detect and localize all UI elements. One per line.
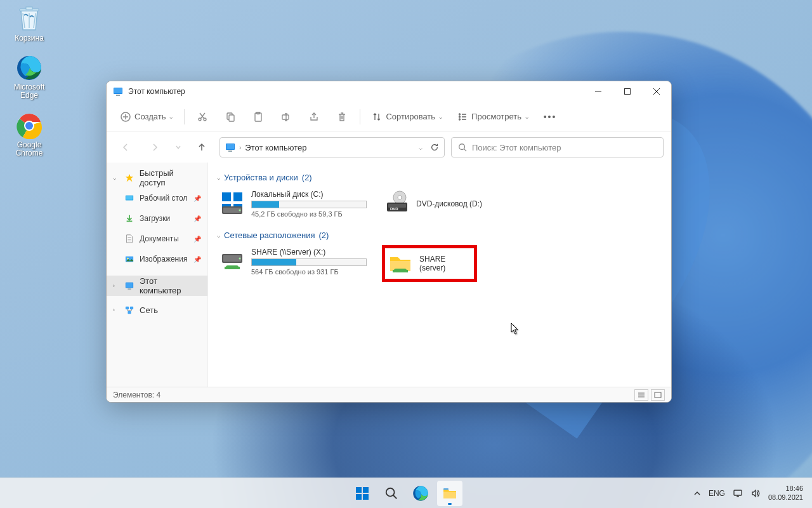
paste-button[interactable]	[246, 105, 271, 128]
cut-button[interactable]	[190, 105, 215, 128]
file-explorer-taskbar-button[interactable]	[437, 481, 462, 506]
toolbar: Создать ⌵ Сортировать ⌵ Просмотреть ⌵ ••…	[107, 102, 671, 132]
close-button[interactable]	[642, 81, 671, 102]
svg-text:DVD: DVD	[390, 207, 398, 211]
clipboard-icon	[253, 112, 263, 122]
sidebar-downloads[interactable]: Загрузки 📌	[107, 208, 207, 229]
breadcrumb-separator: ›	[239, 144, 241, 151]
edge-taskbar-button[interactable]	[408, 481, 433, 506]
svg-point-65	[398, 196, 402, 199]
svg-point-30	[459, 116, 461, 117]
volume-tray-icon[interactable]	[750, 488, 761, 498]
chevron-down-icon[interactable]: ⌵	[419, 144, 422, 151]
sidebar-label: Быстрый доступ	[140, 168, 201, 187]
group-devices-header[interactable]: ⌵ Устройства и диски (2)	[217, 173, 662, 182]
up-button[interactable]	[190, 136, 213, 159]
picture-icon	[124, 254, 134, 264]
search-placeholder: Поиск: Этот компьютер	[472, 143, 561, 152]
svg-rect-20	[229, 115, 234, 121]
drive-local-c[interactable]: Локальный диск (C:) 45,2 ГБ свободно из …	[217, 187, 369, 220]
titlebar[interactable]: Этот компьютер	[107, 81, 671, 102]
sidebar-this-pc[interactable]: › Этот компьютер	[107, 276, 207, 296]
tray-date: 08.09.2021	[768, 493, 803, 502]
window-title: Этот компьютер	[128, 87, 584, 96]
sidebar-documents[interactable]: Документы 📌	[107, 229, 207, 249]
minimize-button[interactable]	[584, 81, 613, 102]
tray-overflow-button[interactable]	[693, 490, 701, 497]
sort-button[interactable]: Сортировать ⌵	[365, 105, 449, 128]
sidebar-pictures[interactable]: Изображения 📌	[107, 249, 207, 269]
sort-icon	[372, 112, 382, 122]
group-title: Сетевые расположения	[224, 231, 315, 240]
sidebar-desktop[interactable]: Рабочий стол 📌	[107, 188, 207, 208]
desktop-icon-chrome[interactable]: Google Chrome	[5, 112, 53, 157]
address-bar[interactable]: › Этот компьютер ⌵	[219, 137, 445, 157]
desktop-icon-label: Microsoft Edge	[5, 83, 53, 100]
sidebar-network[interactable]: › Сеть	[107, 300, 207, 320]
copy-button[interactable]	[218, 105, 243, 128]
svg-rect-59	[233, 192, 242, 201]
desktop-icon-recycle-bin[interactable]: Корзина	[5, 5, 53, 43]
this-pc-icon	[113, 86, 123, 97]
svg-rect-37	[228, 150, 232, 152]
trash-icon	[337, 112, 347, 122]
sidebar-label: Документы	[140, 234, 179, 243]
svg-rect-76	[393, 270, 395, 272]
desktop-icon-edge[interactable]: Microsoft Edge	[5, 54, 53, 100]
sidebar-quick-access[interactable]: ⌵ Быстрый доступ	[107, 168, 207, 188]
view-button[interactable]: Просмотреть ⌵	[451, 105, 535, 128]
start-button[interactable]	[350, 481, 375, 506]
svg-rect-23	[282, 115, 289, 119]
view-large-button[interactable]	[651, 389, 665, 401]
svg-rect-57	[222, 192, 231, 201]
file-explorer-window: Этот компьютер Создать ⌵ Сортировать ⌵ П…	[106, 81, 672, 403]
svg-rect-9	[625, 89, 631, 95]
plus-circle-icon	[121, 112, 131, 122]
network-share-folder[interactable]: SHARE (server)	[382, 245, 477, 282]
svg-rect-51	[130, 307, 133, 309]
svg-rect-0	[26, 7, 32, 10]
new-label: Создать	[134, 112, 166, 121]
sidebar-label: Загрузки	[140, 214, 170, 223]
dvd-icon: DVD	[384, 190, 410, 215]
chevron-down-icon: ⌵	[439, 114, 442, 120]
network-tray-icon[interactable]	[733, 488, 743, 498]
network-drive-x[interactable]: SHARE (\\Server) (X:) 564 ГБ свободно из…	[217, 245, 369, 282]
window-controls	[584, 81, 671, 102]
status-items-count: Элементов: 4	[113, 391, 160, 399]
forward-button[interactable]	[143, 136, 166, 159]
view-label: Просмотреть	[471, 112, 521, 121]
group-count: (2)	[302, 173, 312, 182]
group-network-items: SHARE (\\Server) (X:) 564 ГБ свободно из…	[217, 245, 662, 282]
view-details-button[interactable]	[634, 389, 648, 401]
clock[interactable]: 18:46 08.09.2021	[768, 485, 803, 501]
svg-rect-62	[223, 208, 241, 213]
svg-rect-84	[356, 494, 362, 500]
share-button[interactable]	[301, 105, 327, 128]
svg-rect-73	[225, 267, 227, 269]
breadcrumb-location[interactable]: Этот компьютер	[245, 143, 306, 152]
more-button[interactable]: •••	[537, 105, 563, 128]
document-icon	[124, 234, 134, 244]
back-button[interactable]	[114, 136, 137, 159]
delete-button[interactable]	[329, 105, 355, 128]
drive-capacity-bar	[251, 258, 367, 266]
download-icon	[124, 213, 134, 224]
recycle-bin-icon	[15, 5, 43, 33]
sidebar: ⌵ Быстрый доступ Рабочий стол 📌 Загрузки…	[107, 163, 208, 387]
maximize-button[interactable]	[613, 81, 642, 102]
rename-button[interactable]	[273, 105, 299, 128]
search-button[interactable]	[379, 481, 404, 506]
refresh-button[interactable]	[430, 143, 439, 152]
new-button[interactable]: Создать ⌵	[114, 105, 179, 128]
drive-dvd[interactable]: DVD DVD-дисковод (D:)	[382, 187, 509, 220]
group-network-header[interactable]: ⌵ Сетевые расположения (2)	[217, 231, 662, 240]
this-pc-icon	[225, 142, 235, 152]
recent-dropdown[interactable]	[173, 136, 184, 159]
explorer-body: ⌵ Быстрый доступ Рабочий стол 📌 Загрузки…	[107, 163, 671, 387]
svg-rect-75	[394, 269, 407, 272]
svg-rect-72	[226, 265, 239, 269]
language-indicator[interactable]: ENG	[709, 489, 725, 498]
svg-rect-74	[237, 267, 240, 269]
search-box[interactable]: Поиск: Этот компьютер	[451, 137, 664, 157]
